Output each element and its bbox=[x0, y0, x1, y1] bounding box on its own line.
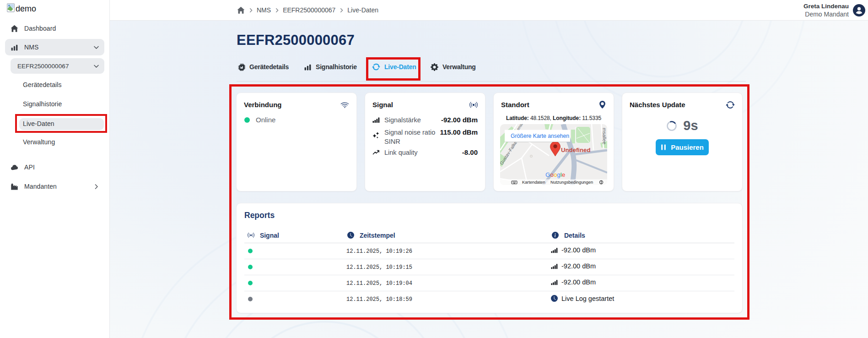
svg-text:Nutzungsbedingungen: Nutzungsbedingungen bbox=[550, 180, 593, 185]
svg-text:Google: Google bbox=[545, 171, 565, 178]
svg-text:Undefined: Undefined bbox=[561, 147, 590, 153]
svg-text:Größere Karte ansehen: Größere Karte ansehen bbox=[511, 133, 569, 139]
svg-text:msallee: msallee bbox=[602, 128, 607, 144]
svg-text:Kartendaten: Kartendaten bbox=[522, 180, 545, 185]
